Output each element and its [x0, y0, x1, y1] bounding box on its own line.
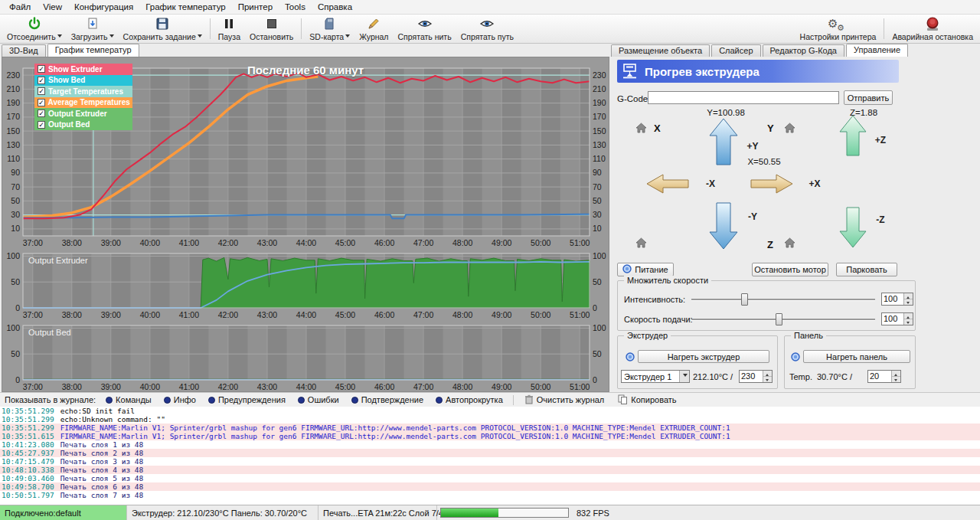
- flow-rate-slider[interactable]: [691, 293, 875, 306]
- toolbar-printer-settings-button[interactable]: ⚙⚙Настройки принтера: [795, 15, 881, 42]
- log-filter-Ошибки[interactable]: Ошибки: [292, 394, 345, 405]
- toolbar-hide-filament-button[interactable]: Спрятать нить: [394, 15, 456, 42]
- spinner-down-icon[interactable]: [904, 299, 913, 305]
- svg-text:50:00: 50:00: [531, 238, 550, 247]
- extruder-target-spinner[interactable]: 230: [739, 370, 773, 383]
- toolbar-pause-button[interactable]: Пауза: [214, 15, 245, 42]
- legend-checkbox[interactable]: ✓: [38, 110, 45, 117]
- dropdown-caret-icon[interactable]: [109, 34, 114, 40]
- spinner-down-icon[interactable]: [904, 319, 913, 325]
- toolbar-stop-button[interactable]: Остановить: [245, 15, 298, 42]
- spinner-up-icon[interactable]: [892, 371, 900, 377]
- legend-item[interactable]: ✓Show Extruder: [34, 64, 132, 75]
- menu-item-Tools[interactable]: Tools: [279, 1, 312, 13]
- log-filter-Автопрокрутка[interactable]: Автопрокрутка: [430, 394, 508, 405]
- tab-control-2[interactable]: Редактор G-Кода: [763, 44, 844, 57]
- dropdown-caret-icon[interactable]: [345, 34, 350, 40]
- jog-minus-y-button[interactable]: -Y: [709, 202, 738, 250]
- toolbar-hide-travel-button[interactable]: Спрятать путь: [456, 15, 518, 42]
- home-y-button[interactable]: [784, 123, 796, 134]
- menu-item-График температур[interactable]: График температур: [139, 1, 232, 13]
- dropdown-caret-icon[interactable]: [57, 34, 62, 40]
- svg-text:44:00: 44:00: [296, 238, 316, 247]
- spinner-up-icon[interactable]: [904, 293, 913, 299]
- flow-rate-spinner[interactable]: 100: [881, 293, 913, 306]
- legend-checkbox[interactable]: ✓: [38, 121, 45, 129]
- log-filter-Подтверждение[interactable]: Подтверждение: [346, 394, 429, 405]
- home-x-button[interactable]: [635, 123, 648, 134]
- feed-rate-slider[interactable]: [691, 313, 875, 325]
- jog-plus-x-button[interactable]: +X: [750, 173, 793, 195]
- log-filter-Инфо[interactable]: Инфо: [158, 394, 201, 405]
- send-button[interactable]: Отправить: [844, 90, 893, 105]
- tab-view-0[interactable]: 3D-Вид: [2, 44, 46, 57]
- copy-log-button[interactable]: Копировать: [612, 394, 682, 407]
- clear-log-button[interactable]: Очистить журнал: [518, 394, 611, 407]
- spinner-up-icon[interactable]: [763, 371, 772, 377]
- menu-item-Конфигурация[interactable]: Конфигурация: [68, 1, 139, 13]
- toolbar-load-button[interactable]: Загрузить: [67, 15, 119, 42]
- menu-item-Принтер[interactable]: Принтер: [232, 1, 279, 13]
- legend-checkbox[interactable]: ✓: [38, 87, 45, 95]
- heat-bed-button[interactable]: Нагреть панель: [803, 350, 910, 363]
- spinner-up-icon[interactable]: [904, 313, 913, 319]
- spinner-down-icon[interactable]: [763, 377, 772, 382]
- control-panel: Прогрев экструдера G-Code: Отправить Y=1…: [611, 57, 980, 392]
- jog-minus-z-button[interactable]: -Z: [839, 207, 867, 248]
- log-timestamp: 10:49:58.700: [2, 482, 54, 491]
- output-extruder-chart: 37:0038:0039:0040:0041:0042:0043:0044:00…: [2, 250, 609, 321]
- gcode-input[interactable]: [648, 91, 839, 104]
- svg-text:43:00: 43:00: [257, 310, 277, 319]
- tab-view-1[interactable]: График температур: [47, 44, 139, 57]
- log-message: Печать слоя 3 из 48: [60, 457, 144, 466]
- power-toggle[interactable]: Питание: [617, 263, 674, 276]
- dropdown-caret-icon[interactable]: [198, 34, 202, 40]
- legend-item[interactable]: ✓Output Extruder: [34, 108, 132, 119]
- jog-plus-y-button[interactable]: +Y: [709, 118, 738, 165]
- spinner-down-icon[interactable]: [892, 377, 900, 382]
- svg-text:42:00: 42:00: [218, 238, 238, 247]
- toolbar-journal-button[interactable]: Журнал: [354, 15, 393, 42]
- jog-plus-z-button[interactable]: +Z: [839, 115, 867, 156]
- menu-item-Файл[interactable]: Файл: [3, 1, 37, 13]
- toolbar-save-job-button[interactable]: Сохранить задание: [119, 15, 207, 42]
- legend-item[interactable]: ✓Show Bed: [34, 75, 132, 87]
- log-filter-Команды[interactable]: Команды: [100, 394, 157, 405]
- log-filter-Предупреждения[interactable]: Предупреждения: [203, 394, 291, 405]
- svg-text:38:00: 38:00: [62, 382, 82, 391]
- slider-thumb[interactable]: [776, 313, 782, 325]
- toolbar-sd-card-button[interactable]: SD-карта: [305, 15, 354, 42]
- log-timestamp: 10:45:27.937: [2, 449, 54, 457]
- park-button[interactable]: Парковать: [836, 263, 897, 276]
- slider-thumb[interactable]: [741, 293, 748, 306]
- legend-label: Output Bed: [48, 120, 90, 129]
- feed-rate-spinner[interactable]: 100: [881, 312, 913, 325]
- legend-label: Average Temperatures: [48, 98, 130, 106]
- extruder-select[interactable]: Экструдер 1: [621, 370, 690, 383]
- legend-checkbox[interactable]: ✓: [38, 77, 45, 84]
- home-all-button[interactable]: [635, 237, 648, 249]
- tab-control-0[interactable]: Размещение объекта: [611, 44, 710, 57]
- stop-motor-button[interactable]: Остановить мотор: [752, 263, 828, 276]
- feed-rate-label: Скорость подачи:: [624, 315, 693, 324]
- bed-target-spinner[interactable]: 20: [867, 370, 901, 383]
- legend-item[interactable]: ✓Target Temperatures: [34, 86, 132, 97]
- jog-minus-x-button[interactable]: -X: [646, 173, 689, 195]
- home-z-button[interactable]: [784, 237, 796, 249]
- legend-checkbox[interactable]: ✓: [38, 99, 45, 106]
- toolbar-disconnect-button[interactable]: Отсоединить: [2, 15, 67, 42]
- legend-item[interactable]: ✓Output Bed: [34, 119, 132, 131]
- chevron-down-icon[interactable]: [679, 371, 689, 382]
- menu-item-Справка[interactable]: Справка: [312, 1, 358, 13]
- svg-text:40:00: 40:00: [140, 238, 160, 247]
- log-message: Печать слоя 7 из 48: [60, 491, 144, 499]
- legend-checkbox[interactable]: ✓: [38, 65, 45, 73]
- heat-extruder-button[interactable]: Нагреть экструдер: [638, 350, 769, 363]
- log-output[interactable]: 10:35:51.299echo:SD init fail10:35:51.29…: [0, 407, 980, 505]
- menu-item-View[interactable]: View: [37, 1, 68, 13]
- legend-item[interactable]: ✓Average Temperatures: [34, 97, 132, 109]
- tab-control-1[interactable]: Слайсер: [711, 44, 760, 57]
- tab-control-3[interactable]: Управление: [846, 44, 908, 57]
- flow-rate-value: 100: [882, 293, 903, 305]
- toolbar-emergency-stop-button[interactable]: Аварийная остановка: [887, 15, 978, 42]
